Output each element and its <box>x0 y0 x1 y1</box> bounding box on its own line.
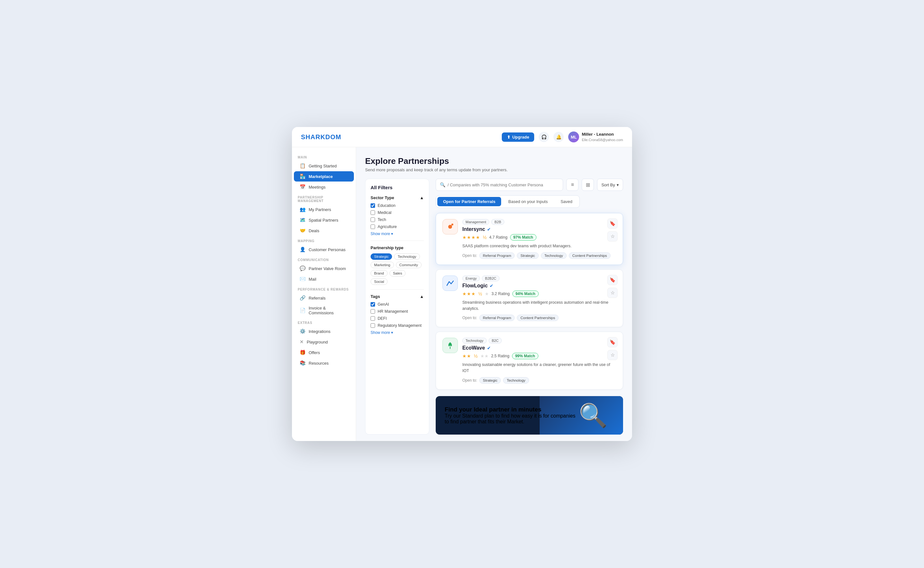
star-button-flowlogic[interactable]: ☆ <box>607 288 618 298</box>
app-window: SHARKDOM ⬆ Upgrade 🎧 🔔 ML Miller - Leann… <box>292 127 632 441</box>
tags-chevron: ▲ <box>420 294 424 299</box>
checkbox-regulatory[interactable] <box>371 323 375 328</box>
tag-strategic[interactable]: Strategic <box>371 253 392 260</box>
user-info[interactable]: ML Miller - Leannon Elle.Crona58@yahoo.c… <box>568 131 623 142</box>
tags-header[interactable]: Tags ▲ <box>371 294 424 299</box>
bookmark-button-intersync[interactable]: 🔖 <box>607 218 618 229</box>
card-actions-flowlogic: 🔖 ☆ <box>607 275 618 298</box>
checkbox-agriculture[interactable] <box>371 225 375 229</box>
sidebar-item-meetings[interactable]: 📅 Meetings <box>294 182 354 192</box>
partnership-type-header[interactable]: Partnership type <box>371 245 424 250</box>
search-icon: 🔍 <box>440 182 445 187</box>
cta-banner: Find your Ideal partner in minutes Try o… <box>436 396 623 435</box>
card-header-ecowave: Technology B2C EcoWave ✔ ★★½★★ 2.5 Ratin… <box>442 338 616 384</box>
filter-tech-label: Tech <box>378 218 386 222</box>
star-button-ecowave[interactable]: ☆ <box>607 350 618 360</box>
open-to-referral-intersync: Referral Program <box>479 252 515 259</box>
sidebar-item-invoice-commissions[interactable]: 📄 Invoice & Commissions <box>294 304 354 317</box>
bookmark-button-ecowave[interactable]: 🔖 <box>607 337 618 347</box>
tab-open-referrals[interactable]: Open for Partner Referrals <box>437 197 501 206</box>
sidebar-label-spatial-partners: Spatial Partners <box>309 218 339 223</box>
sector-type-chevron: ▲ <box>420 195 424 200</box>
star-button-intersync[interactable]: ☆ <box>607 231 618 242</box>
tab-based-on-inputs[interactable]: Based on your Inputs <box>502 197 553 206</box>
grid-view-button[interactable]: ⊞ <box>582 179 594 191</box>
company-name-row-intersync: Intersync ✔ <box>462 227 616 232</box>
sidebar-label-partner-valve-room: Partner Valve Room <box>309 266 346 271</box>
checkbox-defi[interactable] <box>371 316 375 321</box>
filter-tech[interactable]: Tech <box>371 218 424 222</box>
match-badge-ecowave: 99% Match <box>512 353 538 359</box>
sidebar-item-my-partners[interactable]: 👥 My Partners <box>294 204 354 215</box>
rating-row-intersync: ★★★★½ 4.7 Rating 97% Match <box>462 234 616 240</box>
filter-education[interactable]: Education <box>371 203 424 208</box>
sort-button[interactable]: Sort By ▾ <box>597 179 623 191</box>
invoice-commissions-icon: 📄 <box>299 308 306 313</box>
cta-title: Find your Ideal partner in minutes <box>445 406 579 413</box>
filter-regulatory[interactable]: Regulatory Management <box>371 323 424 328</box>
card-tags-intersync: Management B2B <box>462 219 616 225</box>
checkbox-genai[interactable] <box>371 302 375 307</box>
search-box[interactable]: 🔍 <box>436 179 563 191</box>
sidebar-section-extras: EXTRAS <box>292 318 356 326</box>
headphones-icon[interactable]: 🎧 <box>539 132 549 142</box>
sidebar-label-my-partners: My Partners <box>309 207 331 212</box>
list-view-button[interactable]: ≡ <box>566 179 578 191</box>
sector-type-header[interactable]: Sector Type ▲ <box>371 195 424 200</box>
filter-medical[interactable]: Medical <box>371 210 424 215</box>
open-to-row-ecowave: Open to: Strategic Technology <box>462 377 616 384</box>
filter-genai[interactable]: GenAI <box>371 302 424 307</box>
tags-chevron-down-icon: ▾ <box>391 330 393 335</box>
open-to-content-flowlogic: Content Partnerships <box>517 315 558 321</box>
sidebar-item-partner-valve-room[interactable]: 💬 Partner Valve Room <box>294 263 354 273</box>
tab-saved[interactable]: Saved <box>555 197 578 206</box>
filters-title: All Filters <box>371 185 424 190</box>
meetings-icon: 📅 <box>299 184 306 190</box>
sidebar-item-mail[interactable]: ✉️ Mail <box>294 274 354 284</box>
card-tag-energy: Energy <box>462 275 480 281</box>
filter-hr-management-label: HR Management <box>378 309 408 314</box>
filter-hr-management[interactable]: HR Management <box>371 309 424 314</box>
checkbox-medical[interactable] <box>371 210 375 215</box>
tag-technology[interactable]: Technology <box>394 253 420 260</box>
sidebar-label-meetings: Meetings <box>309 185 326 190</box>
search-input[interactable] <box>448 183 559 187</box>
card-tags-ecowave: Technology B2C <box>462 338 616 343</box>
avatar: ML <box>568 131 579 142</box>
sidebar-item-integrations[interactable]: ⚙️ Integrations <box>294 326 354 337</box>
tag-social[interactable]: Social <box>371 278 387 285</box>
filter-agriculture[interactable]: Agriculture <box>371 225 424 229</box>
sidebar-item-resources[interactable]: 📚 Resources <box>294 358 354 368</box>
sidebar-item-spatial-partners[interactable]: 🗺️ Spatial Partners <box>294 215 354 225</box>
upgrade-button[interactable]: ⬆ Upgrade <box>502 133 534 142</box>
open-to-technology-intersync: Technology <box>541 252 567 259</box>
customer-personas-icon: 👤 <box>299 247 306 252</box>
tag-brand[interactable]: Brand <box>371 270 387 276</box>
tags-show-more[interactable]: Show more ▾ <box>371 330 424 335</box>
bookmark-button-flowlogic[interactable]: 🔖 <box>607 275 618 285</box>
open-to-label-flowlogic: Open to: <box>462 316 477 320</box>
sidebar-item-playground[interactable]: ✕ Playground <box>294 337 354 347</box>
filter-defi-label: DEFI <box>378 316 387 321</box>
tag-sales[interactable]: Sales <box>390 270 406 276</box>
checkbox-education[interactable] <box>371 203 375 208</box>
sidebar-item-customer-personas[interactable]: 👤 Customer Personas <box>294 245 354 255</box>
filter-divider-1 <box>371 240 424 241</box>
sidebar-item-offers[interactable]: 🎁 Offers <box>294 347 354 358</box>
filter-defi[interactable]: DEFI <box>371 316 424 321</box>
sidebar-item-getting-started[interactable]: 📋 Getting Started <box>294 161 354 171</box>
tag-marketing[interactable]: Marketing <box>371 262 394 268</box>
checkbox-hr-management[interactable] <box>371 309 375 314</box>
sidebar-item-referrals[interactable]: 🔗 Referrals <box>294 293 354 303</box>
sector-show-more[interactable]: Show more ▾ <box>371 231 424 236</box>
sidebar-item-deals[interactable]: 🤝 Deals <box>294 225 354 236</box>
tag-community[interactable]: Community <box>396 262 422 268</box>
notification-icon[interactable]: 🔔 <box>553 132 564 142</box>
sidebar-item-marketplace[interactable]: 🏪 Marketplace <box>294 171 354 181</box>
user-email: Elle.Crona58@yahoo.com <box>582 137 623 142</box>
upgrade-label: Upgrade <box>513 135 529 139</box>
checkbox-tech[interactable] <box>371 218 375 222</box>
stars-intersync: ★★★★ <box>462 235 480 240</box>
cta-text: Find your Ideal partner in minutes Try o… <box>445 406 579 424</box>
main-content: Explore Partnerships Send more proposals… <box>356 147 632 441</box>
